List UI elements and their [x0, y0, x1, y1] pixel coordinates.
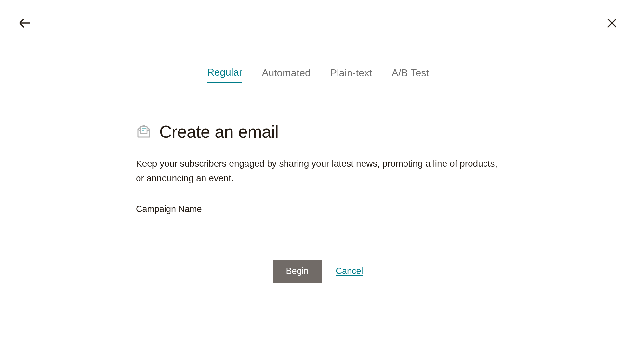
tabs-container: Regular Automated Plain-text A/B Test: [0, 47, 636, 83]
email-envelope-icon: [136, 124, 152, 140]
title-row: Create an email: [136, 122, 500, 142]
page-title: Create an email: [159, 122, 279, 142]
begin-button[interactable]: Begin: [273, 260, 321, 283]
close-icon: [607, 18, 617, 29]
cancel-link[interactable]: Cancel: [336, 266, 363, 276]
campaign-name-input[interactable]: [136, 221, 500, 244]
page-description: Keep your subscribers engaged by sharing…: [136, 157, 500, 186]
back-button[interactable]: [16, 16, 33, 32]
back-arrow-icon: [19, 18, 31, 29]
close-button[interactable]: [604, 15, 620, 32]
tab-plain-text[interactable]: Plain-text: [330, 67, 372, 83]
tab-ab-test[interactable]: A/B Test: [391, 67, 429, 83]
tab-automated[interactable]: Automated: [262, 67, 311, 83]
content-area: Create an email Keep your subscribers en…: [136, 83, 500, 283]
header-bar: [0, 0, 636, 47]
campaign-name-label: Campaign Name: [136, 204, 500, 214]
tab-regular[interactable]: Regular: [207, 67, 243, 83]
button-row: Begin Cancel: [136, 260, 500, 283]
